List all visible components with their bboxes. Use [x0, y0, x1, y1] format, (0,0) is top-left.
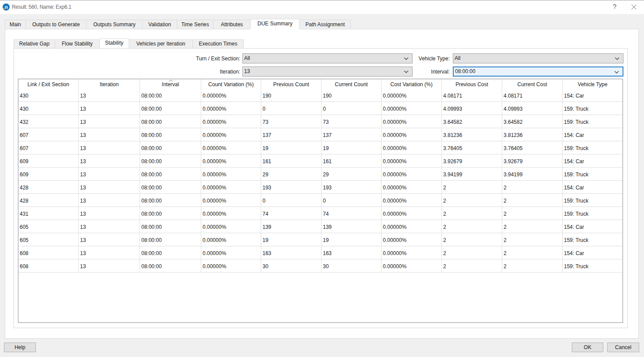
- svg-text:n: n: [5, 4, 8, 10]
